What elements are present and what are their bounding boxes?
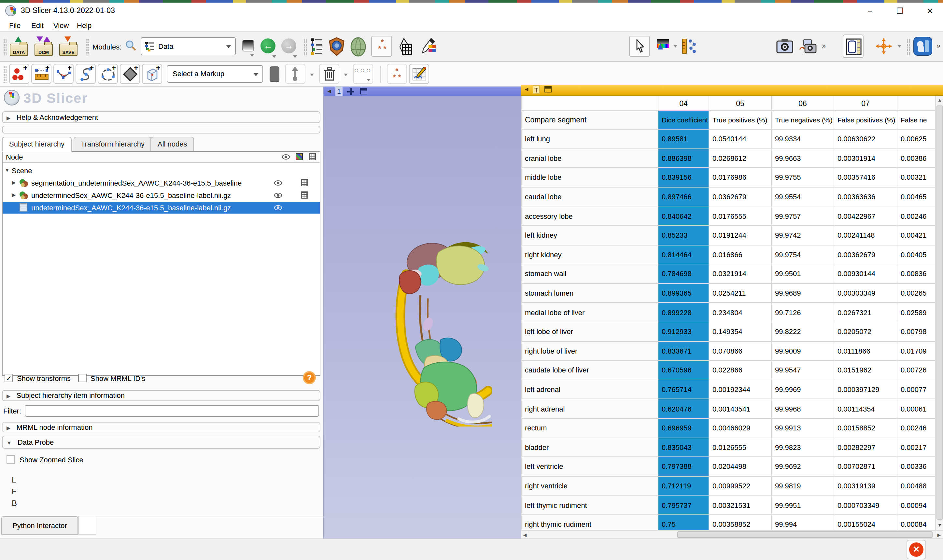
table-row[interactable]: accessory lobe0.8406420.017655599.97570.… xyxy=(521,206,935,226)
cell-label[interactable]: right kidney xyxy=(521,245,658,264)
color-column-icon[interactable] xyxy=(296,153,303,160)
cell-dice[interactable]: 0.85233 xyxy=(658,226,709,245)
create-roi-button[interactable]: + xyxy=(142,64,162,84)
cell-tp[interactable]: 0.149354 xyxy=(709,322,771,341)
cell-tn[interactable]: 99.7126 xyxy=(771,303,834,322)
cell-fp[interactable]: 0.0267321 xyxy=(834,303,897,322)
measurement-tool-icon[interactable] xyxy=(681,38,697,55)
maximize-view-icon[interactable] xyxy=(545,86,552,92)
markup-selector-combobox[interactable]: Select a Markup xyxy=(167,65,263,83)
show-zoomed-slice-checkbox[interactable] xyxy=(6,455,15,464)
visibility-eye-icon[interactable] xyxy=(274,205,282,210)
window-level-button[interactable] xyxy=(242,40,254,51)
cell-tp[interactable]: 0.022866 xyxy=(709,360,771,380)
cell-fn[interactable]: 0.00061 xyxy=(897,399,935,418)
chevron-down-icon[interactable] xyxy=(344,74,348,76)
scrollbar-thumb[interactable] xyxy=(937,106,943,520)
segment-editor-module-icon[interactable] xyxy=(419,37,436,57)
item-information-section[interactable]: ▶ Subject hierarchy item information xyxy=(2,390,320,401)
cell-tn[interactable]: 99.9755 xyxy=(771,168,834,187)
cell-fp[interactable]: 0.00155024 xyxy=(834,515,897,530)
false-negatives-header-cell[interactable]: False ne xyxy=(897,110,935,129)
show-transforms-checkbox[interactable]: ✓ xyxy=(5,374,13,382)
cell-label[interactable]: stomach wall xyxy=(521,264,658,283)
forward-button[interactable]: → xyxy=(282,38,296,53)
cell-tp[interactable]: 0.0126555 xyxy=(709,438,771,457)
cell-fn[interactable]: 0.00246 xyxy=(897,206,935,226)
cell-label[interactable]: bladder xyxy=(521,438,658,457)
markup-color-swatch[interactable] xyxy=(269,66,279,82)
menu-edit[interactable]: Edit xyxy=(29,21,46,31)
threed-view[interactable]: ◄ 1 xyxy=(324,87,521,538)
false-positives-header-cell[interactable]: False positives (%) xyxy=(834,110,897,129)
cell-label[interactable]: medial lobe of liver xyxy=(521,303,658,322)
cell-tn[interactable]: 99.9757 xyxy=(771,206,834,226)
toolbar-drag-handle[interactable] xyxy=(303,38,307,55)
cell-dice[interactable]: 0.840642 xyxy=(658,206,709,226)
table-row[interactable]: left adrenal0.7657140.0019234499.99690.0… xyxy=(521,380,935,399)
cell-dice[interactable]: 0.89581 xyxy=(658,129,709,148)
cell-fn[interactable]: 0.00321 xyxy=(897,168,935,187)
cell-tn[interactable]: 99.9819 xyxy=(771,476,834,495)
column-header-extra[interactable] xyxy=(897,96,935,110)
cell-fp[interactable]: 0.00303349 xyxy=(834,283,897,303)
cell-fp[interactable]: 0.00422967 xyxy=(834,206,897,226)
cell-dice[interactable]: 0.75 xyxy=(658,515,709,530)
cell-label[interactable]: left kidney xyxy=(521,226,658,245)
cell-label[interactable]: rectum xyxy=(521,418,658,438)
compare-segment-cell[interactable]: Compare segment xyxy=(521,110,658,129)
dice-coefficient-header-cell[interactable]: Dice coefficient xyxy=(658,110,709,129)
tab-transform-hierarchy[interactable]: Transform hierarchy xyxy=(74,137,152,152)
create-closed-curve-button[interactable]: + xyxy=(98,64,118,84)
scene-views-button[interactable] xyxy=(798,39,817,53)
cell-dice[interactable]: 0.712119 xyxy=(658,476,709,495)
visibility-eye-icon[interactable] xyxy=(274,193,282,198)
cell-tn[interactable]: 99.9913 xyxy=(771,418,834,438)
create-open-curve-button[interactable]: + xyxy=(75,64,96,84)
help-button[interactable]: ? xyxy=(303,371,316,384)
column-header-06[interactable]: 06 xyxy=(771,96,834,110)
minimize-button[interactable]: – xyxy=(857,3,883,20)
cell-dice[interactable]: 0.620476 xyxy=(658,399,709,418)
cell-dice[interactable]: 0.899228 xyxy=(658,303,709,322)
cell-tp[interactable]: 0.00466029 xyxy=(709,418,771,438)
threed-viewport[interactable] xyxy=(324,96,521,538)
cell-tp[interactable]: 0.0176986 xyxy=(709,168,771,187)
create-point-list-button[interactable]: + xyxy=(9,64,29,84)
volume-module-icon[interactable] xyxy=(350,37,366,57)
table-row[interactable]: right kidney0.8144640.01686699.97540.003… xyxy=(521,245,935,264)
cell-label[interactable]: caudate lobe of liver xyxy=(521,360,658,380)
collapsed-arrow-icon[interactable]: ▶ xyxy=(12,177,15,189)
transform-column-icon[interactable] xyxy=(309,153,316,160)
transform-grid-icon[interactable] xyxy=(301,179,308,186)
place-point-button[interactable] xyxy=(285,64,305,84)
cell-tp[interactable]: 0.00192344 xyxy=(709,380,771,399)
cell-tp[interactable]: 0.00999522 xyxy=(709,476,771,495)
cell-tp[interactable]: 0.0176555 xyxy=(709,206,771,226)
models-module-icon[interactable] xyxy=(397,38,413,56)
cell-fn[interactable]: 0.00084 xyxy=(897,515,935,530)
error-log-button[interactable]: ✕ xyxy=(906,540,926,559)
cell-fp[interactable]: 0.00702871 xyxy=(834,457,897,476)
cell-tn[interactable]: 99.994 xyxy=(771,515,834,530)
cell-fn[interactable]: 0.02589 xyxy=(897,303,935,322)
maximize-button[interactable]: ❐ xyxy=(887,3,913,20)
table-row[interactable]: left thymic rudiment0.7957370.0032153199… xyxy=(521,495,935,515)
cell-fp[interactable]: 0.000397129 xyxy=(834,380,897,399)
cell-fn[interactable]: 0.00405 xyxy=(897,245,935,264)
show-mrml-ids-checkbox[interactable] xyxy=(78,374,87,382)
cell-fn[interactable]: 0.00217 xyxy=(897,438,935,457)
toolbar-drag-handle[interactable] xyxy=(906,38,910,55)
cell-fp[interactable]: 0.00158852 xyxy=(834,418,897,438)
cell-dice[interactable]: 0.833671 xyxy=(658,341,709,360)
cell-label[interactable]: stomach lumen xyxy=(521,283,658,303)
table-row[interactable]: medial lobe of liver0.8992280.23480499.7… xyxy=(521,303,935,322)
cell-dice[interactable]: 0.897466 xyxy=(658,187,709,206)
create-angle-button[interactable]: + xyxy=(54,64,74,84)
cell-tn[interactable]: 99.9547 xyxy=(771,360,834,380)
more-options-button[interactable]: ○○○ xyxy=(353,64,373,84)
cell-fn[interactable]: 0.00077 xyxy=(897,380,935,399)
cell-fp[interactable]: 0.0111866 xyxy=(834,341,897,360)
python-interactor-button[interactable]: Python Interactor xyxy=(1,516,78,535)
corner-cell[interactable] xyxy=(521,96,658,110)
